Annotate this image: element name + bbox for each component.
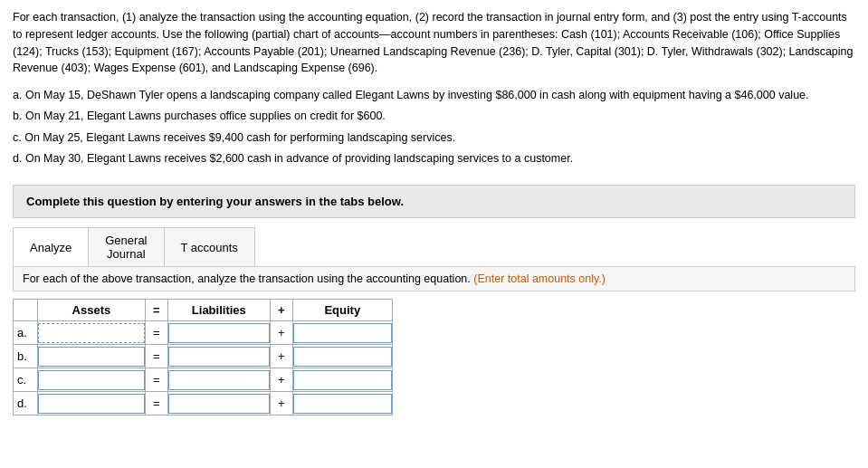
- tab-analyze[interactable]: Analyze: [14, 228, 89, 266]
- cell-liabilities-d[interactable]: [167, 392, 270, 415]
- cell-plus-a: +: [271, 321, 293, 345]
- cell-equity-b[interactable]: [292, 345, 392, 368]
- table-row-b: b. = +: [14, 345, 393, 368]
- cell-assets-d[interactable]: [37, 392, 145, 415]
- header-plus: +: [271, 300, 293, 321]
- cell-equity-a[interactable]: [292, 321, 392, 345]
- table-row-a: a. = +: [14, 321, 393, 345]
- cell-eq-d: =: [146, 392, 168, 415]
- cell-eq-b: =: [146, 345, 168, 368]
- input-equity-b[interactable]: [293, 347, 392, 367]
- cell-assets-b[interactable]: [37, 345, 145, 368]
- instruction-note: (Enter total amounts only.): [473, 272, 606, 285]
- input-liabilities-a[interactable]: [168, 323, 270, 343]
- header-assets: Assets: [37, 300, 145, 321]
- cell-plus-c: +: [271, 368, 293, 392]
- transaction-a: a. On May 15, DeShawn Tyler opens a land…: [13, 86, 855, 105]
- instruction-row: For each of the above transaction, analy…: [13, 266, 855, 291]
- tab-t-accounts[interactable]: T accounts: [165, 228, 254, 266]
- input-assets-b[interactable]: [38, 347, 145, 367]
- input-assets-a[interactable]: [38, 323, 145, 343]
- cell-liabilities-c[interactable]: [167, 368, 270, 392]
- cell-equity-c[interactable]: [292, 368, 392, 392]
- complete-question-text: Complete this question by entering your …: [26, 195, 404, 208]
- cell-assets-c[interactable]: [37, 368, 145, 392]
- equation-table: Assets = Liabilities + Equity a. =: [13, 299, 393, 415]
- tab-general-journal[interactable]: GeneralJournal: [89, 228, 164, 266]
- cell-assets-a[interactable]: [37, 321, 145, 345]
- cell-equity-d[interactable]: [292, 392, 392, 415]
- input-liabilities-b[interactable]: [168, 347, 270, 367]
- header-equals: =: [146, 300, 168, 321]
- row-label-d: d.: [14, 392, 38, 415]
- input-equity-c[interactable]: [293, 370, 392, 390]
- intro-paragraph: For each transaction, (1) analyze the tr…: [13, 9, 855, 77]
- cell-liabilities-b[interactable]: [167, 345, 270, 368]
- table-row-c: c. = +: [14, 368, 393, 392]
- header-equity: Equity: [292, 300, 392, 321]
- input-liabilities-d[interactable]: [168, 394, 270, 414]
- input-equity-d[interactable]: [293, 394, 392, 414]
- cell-plus-d: +: [271, 392, 293, 415]
- row-label-a: a.: [14, 321, 38, 345]
- row-label-c: c.: [14, 368, 38, 392]
- table-row-d: d. = +: [14, 392, 393, 415]
- transactions-section: a. On May 15, DeShawn Tyler opens a land…: [13, 86, 855, 168]
- input-liabilities-c[interactable]: [168, 370, 270, 390]
- input-assets-c[interactable]: [38, 370, 145, 390]
- transaction-c: c. On May 25, Elegant Lawns receives $9,…: [13, 129, 855, 148]
- input-equity-a[interactable]: [293, 323, 392, 343]
- complete-question-box: Complete this question by entering your …: [13, 185, 855, 218]
- cell-plus-b: +: [271, 345, 293, 368]
- header-liabilities: Liabilities: [167, 300, 270, 321]
- tabs-container: Analyze GeneralJournal T accounts: [13, 227, 255, 266]
- input-assets-d[interactable]: [38, 394, 145, 414]
- instruction-text: For each of the above transaction, analy…: [23, 272, 471, 285]
- intro-text: For each transaction, (1) analyze the tr…: [13, 11, 854, 74]
- cell-liabilities-a[interactable]: [167, 321, 270, 345]
- cell-eq-a: =: [146, 321, 168, 345]
- transaction-b: b. On May 21, Elegant Lawns purchases of…: [13, 107, 855, 126]
- cell-eq-c: =: [146, 368, 168, 392]
- row-label-b: b.: [14, 345, 38, 368]
- transaction-d: d. On May 30, Elegant Lawns receives $2,…: [13, 149, 855, 168]
